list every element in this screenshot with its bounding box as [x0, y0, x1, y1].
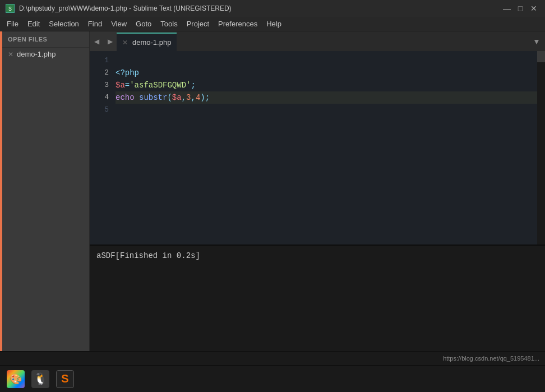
scrollbar-track[interactable] [537, 51, 545, 245]
code-line-4: echo substr($a,3,4); [116, 91, 537, 104]
menu-selection[interactable]: Selection [44, 18, 83, 30]
menu-find[interactable]: Find [84, 18, 107, 30]
line-numbers: 1 2 3 4 5 [90, 51, 113, 245]
sidebar-header: OPEN FILES [0, 31, 89, 48]
close-button[interactable]: ✕ [528, 3, 539, 14]
menu-project[interactable]: Project [182, 18, 214, 30]
editor-console-split: 1 2 3 4 5 <?php $a='asfaSDFGQWD'; [90, 51, 545, 351]
keyword-echo: echo [116, 91, 135, 104]
menu-help[interactable]: Help [262, 18, 286, 30]
console-text: aSDF[Finished in 0.2s] [96, 251, 200, 260]
code-line-5 [116, 104, 537, 116]
line-num-5: 5 [90, 104, 109, 116]
taskbar-icon-2: 🐧 [31, 370, 49, 388]
sidebar: OPEN FILES ✕ demo-1.php [0, 31, 90, 351]
menu-goto[interactable]: Goto [131, 18, 156, 30]
menu-bar: File Edit Selection Find View Goto Tools… [0, 17, 545, 31]
sidebar-file-item[interactable]: ✕ demo-1.php [0, 48, 89, 61]
title-bar-left: S D:\phpstudy_pro\WWW\demo-1.php - Subli… [6, 4, 232, 13]
line-num-1: 1 [90, 54, 109, 67]
code-line-2: <?php [116, 67, 537, 79]
status-url: https://blog.csdn.net/qq_5195481... [443, 355, 539, 362]
taskbar-icon-st: S [56, 370, 74, 388]
num-3: 3 [186, 91, 191, 104]
maximize-button[interactable]: □ [515, 3, 526, 14]
menu-file[interactable]: File [2, 18, 23, 30]
tab-dropdown-button[interactable]: ▼ [528, 31, 545, 51]
scrollbar-thumb [537, 51, 545, 62]
code-line-3: $a='asfaSDFGQWD'; [116, 79, 537, 91]
line-num-2: 2 [90, 67, 109, 79]
num-4: 4 [196, 91, 200, 104]
tab-prev-button[interactable]: ◀ [90, 31, 103, 51]
taskbar-app-2[interactable]: 🐧 [29, 368, 52, 390]
menu-tools[interactable]: Tools [156, 18, 182, 30]
code-content[interactable]: <?php $a='asfaSDFGQWD'; echo substr($a,3… [113, 51, 537, 245]
line-num-3: 3 [90, 79, 109, 91]
string-value: 'asfaSDFGQWD' [130, 79, 191, 91]
minimize-button[interactable]: — [501, 3, 512, 14]
editor-area: ◀ ▶ ✕ demo-1.php ▼ 1 2 3 4 5 [90, 31, 545, 351]
taskbar-icon-1: 🎨 [7, 370, 25, 388]
window-controls: — □ ✕ [501, 3, 539, 14]
title-bar: S D:\phpstudy_pro\WWW\demo-1.php - Subli… [0, 0, 545, 17]
taskbar-app-1[interactable]: 🎨 [4, 368, 27, 390]
taskbar: 🎨 🐧 S [0, 365, 545, 392]
main-area: OPEN FILES ✕ demo-1.php ◀ ▶ ✕ demo-1.php… [0, 31, 545, 351]
menu-preferences[interactable]: Preferences [214, 18, 262, 30]
console-output: aSDF[Finished in 0.2s] [90, 245, 545, 351]
sidebar-accent-bar [0, 31, 2, 351]
window-title: D:\phpstudy_pro\WWW\demo-1.php - Sublime… [19, 4, 232, 12]
svg-text:S: S [8, 6, 12, 12]
line-num-4: 4 [90, 91, 109, 104]
tab-close-icon[interactable]: ✕ [122, 39, 128, 46]
code-line-1 [116, 54, 537, 67]
tab-next-button[interactable]: ▶ [103, 31, 117, 51]
file-close-icon[interactable]: ✕ [8, 50, 13, 58]
tab-bar: ◀ ▶ ✕ demo-1.php ▼ [90, 31, 545, 51]
taskbar-app-st[interactable]: S [54, 368, 76, 390]
var-a-ref: $a [172, 91, 182, 104]
tab-filename: demo-1.php [132, 38, 171, 47]
editor-tab-demo1[interactable]: ✕ demo-1.php [117, 33, 177, 51]
var-a: $a [116, 79, 125, 91]
status-bar: https://blog.csdn.net/qq_5195481... [0, 351, 545, 365]
code-editor[interactable]: 1 2 3 4 5 <?php $a='asfaSDFGQWD'; [90, 51, 545, 245]
fn-substr: substr [139, 91, 167, 104]
sidebar-filename: demo-1.php [17, 50, 56, 58]
php-open-tag: <?php [116, 67, 139, 79]
app-icon: S [6, 4, 15, 13]
menu-edit[interactable]: Edit [23, 18, 44, 30]
menu-view[interactable]: View [107, 18, 131, 30]
